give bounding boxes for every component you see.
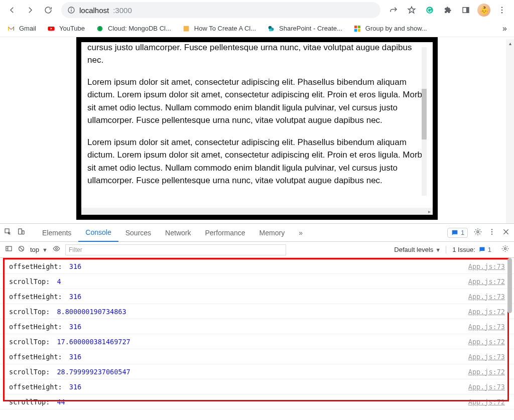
sharepoint-icon: [267, 25, 275, 33]
log-value: 8.800000190734863: [57, 308, 126, 316]
bookmark-gmail[interactable]: Gmail: [7, 25, 36, 33]
log-source-link[interactable]: App.js:72: [468, 368, 505, 376]
reload-icon: [44, 6, 53, 15]
svg-point-8: [501, 12, 503, 14]
clear-console-button[interactable]: [18, 245, 25, 254]
console-log-line: scrollTop: 4App.js:72: [0, 274, 514, 289]
grammarly-button[interactable]: [422, 2, 438, 18]
clear-icon: [18, 245, 25, 252]
log-source-link[interactable]: App.js:72: [468, 338, 505, 346]
devtools-tabs: Elements Console Sources Network Perform…: [0, 224, 514, 242]
bookmark-youtube[interactable]: YouTube: [47, 25, 85, 33]
console-log-line: offsetHeight: 316App.js:73: [0, 289, 514, 304]
issues-button[interactable]: 1 Issue: 1: [446, 246, 491, 253]
context-selector[interactable]: top▼: [30, 246, 48, 253]
scroll-up-icon: ▴: [506, 39, 514, 47]
log-label: offsetHeight:: [9, 323, 66, 331]
log-label: offsetHeight:: [9, 383, 66, 391]
log-label: scrollTop:: [9, 368, 54, 376]
tab-memory[interactable]: Memory: [252, 224, 292, 242]
close-icon: [502, 228, 510, 236]
svg-rect-18: [358, 29, 360, 31]
log-label: scrollTop:: [9, 277, 54, 286]
console-sidebar-toggle[interactable]: [5, 245, 13, 254]
console-log-line: scrollTop: 44App.js:72: [0, 394, 514, 409]
log-value: 28.799999237060547: [57, 368, 130, 376]
chevron-down-icon: ▼: [42, 247, 48, 253]
bookmark-label: YouTube: [59, 25, 85, 32]
grammarly-icon: [425, 6, 434, 15]
gmail-icon: [7, 25, 15, 33]
reload-button[interactable]: [40, 2, 56, 18]
address-bar[interactable]: localhost:3000: [61, 2, 380, 18]
inspect-element-button[interactable]: [4, 228, 12, 238]
content-scroll-area[interactable]: eros ligula. Morbi sit amet odio lectus.…: [81, 42, 433, 208]
svg-point-14: [269, 29, 272, 31]
content-vertical-scrollbar[interactable]: [422, 47, 427, 196]
tab-sources[interactable]: Sources: [118, 224, 158, 242]
log-source-link[interactable]: App.js:73: [468, 353, 505, 361]
tab-console[interactable]: Console: [78, 224, 118, 242]
bookmark-button[interactable]: [404, 2, 420, 18]
devtools-menu-button[interactable]: [488, 228, 496, 238]
avatar-icon: 👶: [477, 4, 490, 17]
console-toolbar: top▼ Filter Default levels▼ 1 Issue: 1: [0, 242, 514, 258]
live-expression-button[interactable]: [53, 245, 60, 254]
content-horizontal-scrollbar[interactable]: ◂ ▸: [81, 208, 433, 215]
svg-rect-5: [466, 8, 469, 13]
bookmarks-overflow[interactable]: »: [502, 24, 507, 33]
console-log-line: offsetHeight: 316App.js:73: [0, 379, 514, 394]
back-button[interactable]: [4, 2, 20, 18]
arrow-left-icon: [8, 6, 17, 15]
browser-toolbar: localhost:3000 👶: [0, 0, 514, 20]
log-source-link[interactable]: App.js:73: [468, 383, 505, 391]
extensions-button[interactable]: [440, 2, 456, 18]
console-output[interactable]: offsetHeight: 316App.js:73scrollTop: 4Ap…: [0, 258, 514, 420]
svg-rect-17: [354, 29, 357, 31]
tab-elements[interactable]: Elements: [35, 224, 78, 242]
share-button[interactable]: [386, 2, 402, 18]
device-toggle-button[interactable]: [17, 228, 25, 238]
page-viewport: eros ligula. Morbi sit amet odio lectus.…: [0, 37, 514, 223]
paragraph-text: eros ligula. Morbi sit amet odio lectus.…: [87, 42, 427, 67]
menu-button[interactable]: [494, 2, 510, 18]
bookmark-groupby[interactable]: Group by and show...: [353, 25, 427, 33]
bookmark-sharepoint[interactable]: SharePoint - Create...: [267, 25, 342, 33]
log-source-link[interactable]: App.js:73: [468, 323, 505, 331]
side-panel-button[interactable]: [458, 2, 474, 18]
toolbar-right: 👶: [386, 2, 510, 18]
console-settings-button[interactable]: [501, 245, 509, 254]
console-scrollbar[interactable]: [506, 258, 514, 420]
generic-favicon-icon: [182, 25, 190, 33]
bookmark-mongodb[interactable]: Cloud: MongoDB Cl...: [96, 25, 171, 33]
svg-point-6: [501, 7, 503, 8]
log-label: offsetHeight:: [9, 353, 66, 361]
svg-point-22: [477, 231, 479, 233]
puzzle-icon: [443, 6, 452, 15]
filter-input[interactable]: Filter: [65, 244, 286, 255]
mongodb-icon: [96, 25, 104, 33]
gear-icon: [474, 228, 482, 236]
log-source-link[interactable]: App.js:72: [468, 398, 505, 406]
tab-network[interactable]: Network: [158, 224, 198, 242]
messages-badge[interactable]: 1: [447, 228, 468, 238]
tab-performance[interactable]: Performance: [198, 224, 252, 242]
bookmark-label: Gmail: [19, 25, 36, 32]
address-host: localhost: [79, 6, 109, 15]
devtools-settings-button[interactable]: [474, 228, 482, 238]
log-source-link[interactable]: App.js:72: [468, 277, 505, 286]
profile-button[interactable]: 👶: [476, 2, 492, 18]
log-levels-selector[interactable]: Default levels▼: [394, 246, 441, 253]
forward-button[interactable]: [22, 2, 38, 18]
bookmark-howto[interactable]: How To Create A Cl...: [182, 25, 256, 33]
devtools-close-button[interactable]: [502, 228, 510, 238]
log-source-link[interactable]: App.js:72: [468, 308, 505, 316]
tabs-overflow[interactable]: »: [292, 224, 310, 242]
log-value: 316: [69, 262, 81, 270]
svg-point-24: [491, 231, 492, 232]
log-source-link[interactable]: App.js:73: [468, 262, 505, 270]
svg-point-2: [71, 8, 72, 9]
sidebar-icon: [5, 245, 13, 252]
log-source-link[interactable]: App.js:73: [468, 293, 505, 301]
bookmark-label: Group by and show...: [365, 25, 427, 32]
